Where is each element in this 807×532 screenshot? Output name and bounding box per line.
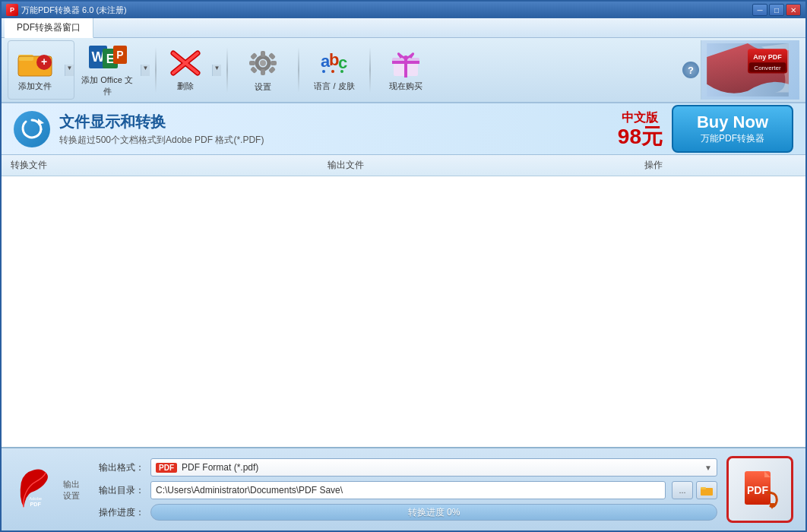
- banner-text: 文件显示和转换 转换超过500个文档格式到Adobe PDF 格式(*.PDF): [59, 112, 609, 147]
- adobe-pdf-logo: Adobe PDF: [14, 456, 57, 523]
- language-button[interactable]: a b c 语言 / 皮肤: [304, 40, 365, 100]
- menu-bar: PDF转换器窗口: [2, 18, 805, 38]
- svg-point-30: [340, 70, 343, 73]
- add-office-label: 添加 Office 文件: [81, 74, 133, 97]
- title-bar: P 万能PDF转换器 6.0 (未注册) ─ □ ✕: [2, 0, 805, 18]
- language-label: 语言 / 皮肤: [314, 81, 354, 92]
- folder-add-icon: +: [17, 49, 53, 78]
- separator-3: [298, 47, 299, 93]
- add-office-button[interactable]: W E P 添加 Office 文件 ▼: [76, 40, 150, 100]
- convert-button[interactable]: PDF: [726, 456, 793, 523]
- output-settings-label: 输出设置: [60, 479, 82, 502]
- svg-rect-1: [18, 55, 33, 61]
- app-icon: P: [6, 4, 18, 16]
- svg-rect-20: [271, 61, 277, 65]
- format-label: 输出格式：: [91, 461, 144, 474]
- buy-now-label: Buy Now: [688, 112, 777, 132]
- add-office-split: W E P 添加 Office 文件: [77, 40, 138, 100]
- language-icon: a b c: [318, 49, 351, 78]
- format-row: 输出格式： PDF PDF Format (*.pdf) ▼: [91, 458, 717, 477]
- svg-text:PDF: PDF: [30, 502, 42, 508]
- close-button[interactable]: ✕: [786, 4, 801, 16]
- progress-row: 操作进度： 转换进度 0%: [91, 504, 717, 521]
- settings-icon: [246, 48, 280, 78]
- delete-icon: [169, 49, 202, 78]
- delete-arrow[interactable]: ▼: [212, 65, 221, 76]
- toolbar: + 添加文件 ▼ W E P 添加 Office: [2, 38, 805, 103]
- separator-4: [369, 47, 371, 93]
- convert-pdf-icon: PDF: [739, 470, 781, 509]
- svg-text:+: +: [41, 55, 47, 68]
- folder-icon: [701, 485, 713, 496]
- svg-point-35: [404, 55, 408, 60]
- buy-label: 现在购买: [389, 81, 422, 92]
- buy-icon: [389, 49, 422, 78]
- col-output-header: 输出文件: [328, 159, 644, 172]
- anypdf-logo: Any PDF Converter: [701, 40, 799, 100]
- buy-now-sub: 万能PDF转换器: [688, 132, 777, 145]
- settings-button[interactable]: 设置: [233, 40, 293, 100]
- svg-text:Any PDF: Any PDF: [753, 53, 782, 61]
- progress-label: 操作进度：: [91, 506, 144, 519]
- svg-rect-34: [392, 61, 419, 64]
- dir-input[interactable]: C:\Users\Administrator\Documents\PDF Sav…: [150, 481, 666, 499]
- format-select[interactable]: PDF PDF Format (*.pdf) ▼: [150, 458, 717, 477]
- banner-subtitle: 转换超过500个文档格式到Adobe PDF 格式(*.PDF): [59, 134, 609, 147]
- svg-point-28: [322, 70, 325, 73]
- anypdf-banner: Any PDF Converter: [702, 43, 793, 97]
- format-dropdown-arrow: ▼: [704, 464, 712, 472]
- refresh-icon: [20, 117, 44, 141]
- add-office-arrow[interactable]: ▼: [141, 65, 150, 76]
- delete-label: 删除: [177, 81, 194, 92]
- add-file-arrow[interactable]: ▼: [65, 65, 74, 76]
- delete-button[interactable]: 删除 ▼: [161, 40, 222, 100]
- help-button[interactable]: ?: [682, 62, 699, 78]
- svg-text:W: W: [92, 49, 105, 65]
- svg-marker-41: [38, 119, 44, 125]
- banner-title: 文件显示和转换: [59, 112, 609, 132]
- banner-buy-button[interactable]: Buy Now 万能PDF转换器: [672, 105, 793, 153]
- window-title: 万能PDF转换器 6.0 (未注册): [21, 5, 752, 16]
- maximize-button[interactable]: □: [769, 4, 784, 16]
- dir-row: 输出目录： C:\Users\Administrator\Documents\P…: [91, 481, 717, 499]
- add-file-button[interactable]: + 添加文件 ▼: [8, 40, 74, 100]
- separator-1: [155, 47, 157, 93]
- minimize-button[interactable]: ─: [752, 4, 767, 16]
- output-settings: 输出格式： PDF PDF Format (*.pdf) ▼ 输出目录： C:\…: [91, 458, 717, 521]
- open-folder-button[interactable]: [696, 481, 717, 499]
- svg-text:Converter: Converter: [754, 65, 781, 71]
- col-action-header: 操作: [644, 159, 796, 172]
- format-select-inner: PDF PDF Format (*.pdf): [156, 462, 258, 473]
- progress-bar: 转换进度 0%: [150, 504, 717, 521]
- banner: 文件显示和转换 转换超过500个文档格式到Adobe PDF 格式(*.PDF)…: [2, 103, 805, 155]
- progress-text: 转换进度 0%: [408, 506, 460, 519]
- svg-rect-19: [249, 61, 255, 65]
- content-area: [2, 176, 805, 447]
- separator-2: [226, 47, 228, 93]
- tab-pdf-converter[interactable]: PDF转换器窗口: [5, 18, 93, 38]
- svg-point-16: [260, 60, 266, 66]
- table-header: 转换文件 输出文件 操作: [2, 155, 805, 176]
- banner-refresh-icon: [14, 111, 50, 147]
- buy-button[interactable]: 现在购买: [375, 40, 436, 100]
- svg-text:P: P: [116, 49, 123, 61]
- delete-split: 删除: [162, 46, 209, 95]
- price-value: 98元: [618, 126, 663, 147]
- browse-button[interactable]: ...: [672, 481, 693, 499]
- dir-label: 输出目录：: [91, 484, 144, 497]
- bottom-panel: Adobe PDF 输出设置 输出格式： PDF PDF Format (*.p…: [2, 447, 805, 530]
- svg-text:Adobe: Adobe: [29, 496, 42, 501]
- svg-rect-18: [261, 69, 265, 75]
- add-file-split: + 添加文件: [8, 46, 62, 95]
- adobe-logo: Adobe PDF 输出设置: [14, 456, 82, 523]
- format-value: PDF Format (*.pdf): [182, 462, 258, 473]
- dir-buttons: ...: [672, 481, 717, 499]
- banner-price: 中文版 98元: [618, 110, 663, 147]
- price-label: 中文版: [618, 110, 663, 126]
- dir-value: C:\Users\Administrator\Documents\PDF Sav…: [156, 485, 343, 496]
- svg-rect-17: [261, 51, 265, 57]
- col-files-header: 转换文件: [11, 159, 328, 172]
- office-icon: W E P: [87, 43, 127, 71]
- settings-label: 设置: [255, 81, 271, 93]
- svg-text:PDF: PDF: [747, 484, 768, 496]
